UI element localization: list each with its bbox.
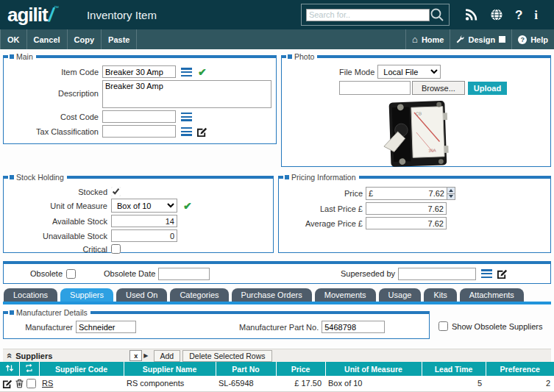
show-obsolete-suppliers-checkbox[interactable] [438, 321, 448, 331]
export-excel-icon[interactable]: x [129, 350, 142, 361]
tax-classification-lookup-icon[interactable] [181, 127, 192, 136]
add-row-button[interactable]: Add [154, 350, 181, 362]
suppliers-table: Supplier Code Supplier Name Part No Pric… [0, 362, 554, 392]
upload-button[interactable]: Upload [468, 82, 507, 95]
cost-code-lookup-icon[interactable] [181, 113, 192, 121]
search-input[interactable] [306, 9, 430, 21]
file-path-input[interactable] [339, 81, 411, 95]
help-icon[interactable]: ? [515, 9, 522, 21]
manufacturer-part-no-label: Manufacturer Part No. [239, 323, 319, 332]
help-label: Help [530, 35, 548, 44]
col-supplier-name[interactable]: Supplier Name [124, 362, 216, 376]
help-button[interactable]: ? Help [511, 29, 554, 49]
tax-classification-input[interactable] [102, 125, 176, 138]
export-caret-icon[interactable]: ▶ [143, 352, 148, 359]
suppliers-header-row: Supplier Code Supplier Name Part No Pric… [0, 362, 554, 376]
part-no-cell: SL-65948 [216, 376, 276, 391]
photo-section: Photo File Mode Local File Browse... Upl… [281, 52, 551, 167]
row-select-checkbox[interactable] [26, 379, 36, 388]
stocked-checkbox[interactable] [111, 187, 121, 196]
superseded-lookup-icon[interactable] [481, 269, 492, 278]
spinner-up-icon[interactable] [447, 188, 455, 194]
browse-button[interactable]: Browse... [412, 81, 465, 95]
tab-attachments[interactable]: Attachments [460, 288, 524, 302]
paste-button[interactable]: Paste [102, 29, 137, 49]
stock-holding-section: Stock Holding Stocked Unit of Measure Bo… [3, 173, 274, 253]
item-code-lookup-icon[interactable] [181, 68, 192, 76]
spinner-down-icon[interactable] [447, 194, 455, 200]
suppliers-grid-toolbar: « Suppliers x ▶ Add Delete Selected Rows [3, 349, 551, 362]
tab-suppliers[interactable]: Suppliers [60, 288, 113, 302]
file-mode-select[interactable]: Local File [377, 65, 441, 79]
tab-locations[interactable]: Locations [4, 288, 57, 302]
price-input[interactable]: £ 7.62 [366, 187, 455, 200]
design-toggle-icon[interactable] [499, 36, 505, 43]
main-legend: Main [8, 52, 36, 61]
globe-icon[interactable] [490, 8, 503, 21]
search-icon[interactable] [430, 7, 444, 22]
obsolete-checkbox[interactable] [66, 269, 76, 279]
unit-of-measure-select[interactable]: Box of 10 [111, 199, 177, 213]
price-value: 7.62 [373, 189, 455, 198]
tab-usage[interactable]: Usage [379, 288, 422, 302]
critical-label: Critical [8, 245, 111, 254]
rss-icon[interactable] [464, 8, 478, 21]
price-cell: £ 17.50 [276, 376, 325, 391]
tab-used-on[interactable]: Used On [116, 288, 167, 302]
ok-button[interactable]: OK [0, 29, 27, 49]
description-input[interactable]: Breaker 30 Amp [102, 80, 271, 108]
col-part-no[interactable]: Part No [216, 362, 276, 376]
tab-categories[interactable]: Categories [170, 288, 228, 302]
action-toolbar: OK Cancel Copy Paste ⌂ Home Design ? Hel… [0, 29, 554, 49]
col-price[interactable]: Price [276, 362, 325, 376]
design-button[interactable]: Design [450, 29, 511, 49]
refresh-column-header[interactable] [19, 362, 39, 376]
pricing-section: Pricing Information Price £ 7.62 Last Pr… [278, 173, 551, 253]
price-spinner[interactable] [447, 188, 455, 199]
last-price-label: Last Price £ [283, 204, 366, 213]
superseded-by-input[interactable] [398, 268, 476, 280]
superseded-edit-icon[interactable] [497, 268, 508, 279]
tab-movements[interactable]: Movements [315, 288, 376, 302]
home-icon: ⌂ [412, 34, 418, 45]
last-price-value [366, 202, 447, 215]
home-button[interactable]: ⌂ Home [405, 29, 450, 49]
product-photo: CB 30A [286, 98, 546, 170]
copy-button[interactable]: Copy [68, 29, 102, 49]
manufacturer-section: Manufacturer Details Manufacturer Manufa… [3, 308, 430, 339]
supplier-name-cell: RS components [124, 376, 216, 391]
col-unit-of-measure[interactable]: Unit of Measure [325, 362, 422, 376]
obsolete-section: Obsolete Obsolete Date Superseded by [3, 261, 551, 284]
row-edit-icon[interactable] [2, 379, 13, 388]
price-label: Price [283, 189, 366, 198]
supplier-row: RS RS components SL-65948 £ 17.50 Box of… [0, 376, 554, 391]
refresh-icon [24, 364, 34, 372]
available-stock-label: Available Stock [8, 217, 111, 226]
show-obsolete-suppliers-label: Show Obsolete Suppliers [452, 322, 543, 331]
manufacturer-input[interactable] [76, 321, 136, 333]
row-delete-icon[interactable] [15, 379, 24, 388]
col-preference[interactable]: Preference [486, 362, 554, 376]
cost-code-input[interactable] [102, 110, 176, 123]
average-price-value [366, 217, 447, 229]
col-supplier-code[interactable]: Supplier Code [39, 362, 124, 376]
logo-trademark: ™ [54, 5, 59, 10]
cancel-button[interactable]: Cancel [27, 29, 68, 49]
col-lead-time[interactable]: Lead Time [422, 362, 486, 376]
tab-kits[interactable]: Kits [424, 288, 456, 302]
supplier-code-link[interactable]: RS [42, 379, 53, 388]
header-icon-group: ? i [464, 8, 538, 21]
sort-column-header[interactable] [0, 362, 19, 376]
manufacturer-label: Manufacturer [8, 323, 76, 332]
manufacturer-part-no-input[interactable] [322, 321, 385, 333]
global-search[interactable] [301, 4, 450, 26]
info-icon[interactable]: i [534, 9, 538, 21]
tax-classification-edit-icon[interactable] [196, 126, 207, 137]
superseded-by-label: Superseded by [341, 269, 395, 278]
item-code-input[interactable] [102, 65, 176, 78]
collapse-icon[interactable]: « [4, 353, 15, 358]
tab-purchase-orders[interactable]: Purchase Orders [232, 288, 312, 302]
critical-checkbox[interactable] [111, 244, 121, 254]
delete-selected-rows-button[interactable]: Delete Selected Rows [182, 350, 271, 362]
manufacturer-legend: Manufacturer Details [8, 308, 90, 317]
